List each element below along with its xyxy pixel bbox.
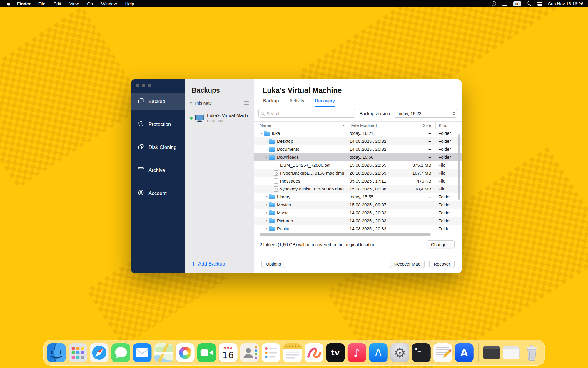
menu-item-window[interactable]: Window [101,1,117,6]
sidebar-item-account[interactable]: Account [131,185,185,202]
disclosure-icon[interactable]: ▾ [190,101,192,105]
dock-item-contacts[interactable] [240,343,259,362]
disclosure-icon[interactable]: › [265,210,269,215]
dock-item-reminders[interactable] [262,343,280,362]
disclosure-icon[interactable]: › [265,147,269,152]
table-row[interactable]: ›Downloadstoday, 15:56--Folder [254,153,462,161]
zoom-button[interactable] [148,84,151,87]
dock-item-settings[interactable]: ⚙ [390,343,409,362]
desktop: Finder FileEditViewGoWindowHelp HR Sun N… [0,0,588,368]
search-field[interactable] [258,109,355,118]
disclosure-icon[interactable]: › [264,155,269,159]
disclosure-icon[interactable]: › [259,131,264,135]
table-row[interactable]: ›Movies15.08.2025., 09:37--Folder [254,201,462,209]
file-name: Pictures [277,218,293,223]
dock-item-maps[interactable] [154,343,173,362]
stepper-icon [453,112,455,115]
disclosure-icon[interactable]: › [265,139,269,144]
spotlight-icon[interactable] [527,1,532,6]
list-options-icon[interactable] [244,101,249,105]
backup-list-item[interactable]: Luka's Virtual Mach... UTM_VM [185,111,254,125]
column-header-name[interactable]: Name [260,123,350,128]
file-name: Public [277,226,289,231]
recover-mac-button[interactable]: Recover Mac [390,260,425,268]
textedit-icon [433,343,452,362]
dock-item-appletv[interactable]: tv [326,343,345,362]
table-row[interactable]: HyperBackupE...-0156-mac.dmg28.10.2025.,… [254,169,462,177]
disclosure-icon[interactable]: › [265,202,269,207]
dock-item-launchpad[interactable] [69,343,87,362]
table-row[interactable]: messages05.09.2025., 17:11470 KBFile [254,177,462,185]
search-input[interactable] [267,111,353,116]
close-button[interactable] [136,84,139,87]
dock-item-acronis[interactable]: A [455,343,474,362]
table-row[interactable]: ›Librarytoday, 15:55--Folder [254,193,462,201]
dock-item-safari[interactable] [90,343,109,362]
dock-item-finder[interactable] [47,343,66,362]
file-kind: Folder [435,131,458,136]
dock-item-freeform[interactable] [305,343,323,362]
menu-item-view[interactable]: View [69,1,79,6]
menu-clock[interactable]: Sun Nov 16 16:26 [548,1,583,6]
file-icon [274,163,278,168]
display-icon[interactable] [502,2,507,6]
table-row[interactable]: ›Desktop14.08.2025., 20:32--Folder [254,137,462,145]
dock-item-appstore[interactable]: A [369,343,388,362]
dock-item-minimized-light[interactable] [502,346,519,359]
minimize-button[interactable] [142,84,145,87]
tab-backup[interactable]: Backup [263,98,279,105]
options-button[interactable]: Options [261,260,285,268]
table-row[interactable]: ›Music14.08.2025., 20:32--Folder [254,209,462,217]
sidebar-item-disk-cloning[interactable]: Disk Cloning [131,139,185,156]
dock-item-textedit[interactable] [433,343,452,362]
menu-item-edit[interactable]: Edit [54,1,61,6]
minimized-dark-icon [483,346,500,359]
dock-item-mail[interactable] [133,343,152,362]
menu-item-file[interactable]: File [38,1,45,6]
disclosure-icon[interactable]: › [265,194,269,199]
table-row[interactable]: synology-assist...0.6-50085.dmg15.08.202… [254,185,462,193]
this-mac-row[interactable]: ▾ This Mac [185,100,254,105]
dock-item-messages[interactable] [111,343,130,362]
vertical-scrollbar[interactable] [458,134,460,200]
table-row[interactable]: ›lukatoday, 16:21--Folder [254,129,462,137]
menu-item-go[interactable]: Go [87,1,93,6]
menu-app-name[interactable]: Finder [17,1,31,6]
dock-item-terminal[interactable]: >_ [412,343,431,362]
sidebar-item-backup[interactable]: Backup [131,93,185,110]
table-row[interactable]: ›Documents14.08.2025., 20:32--Folder [254,145,462,153]
file-name: DSM_DS425+_72806.pat [280,163,330,168]
backup-version-select[interactable]: today, 16:23 [394,109,457,118]
dock-item-minimized-dark[interactable] [483,346,500,359]
status-circle-icon[interactable] [492,1,496,6]
table-row[interactable]: DSM_DS425+_72806.pat15.08.2025., 21:5537… [254,161,462,169]
apple-icon[interactable] [6,1,12,6]
disclosure-icon[interactable]: › [265,218,269,223]
change-button[interactable]: Change... [427,240,455,248]
appstore-icon: A [369,343,388,362]
disclosure-icon[interactable]: › [265,226,269,231]
dock-item-notes[interactable] [283,343,302,362]
column-header-kind[interactable]: Kind [435,122,458,129]
desktop-watermark [0,6,146,188]
dock-item-photos[interactable] [176,343,195,362]
sidebar-item-protection[interactable]: Protection [131,116,185,133]
horizontal-scrollbar[interactable] [260,233,431,236]
dock-item-trash[interactable] [522,343,541,362]
input-source-badge[interactable]: HR [513,1,521,6]
dock-item-calendar[interactable]: NOV16 [219,343,238,362]
tab-activity[interactable]: Activity [289,98,304,105]
add-backup-button[interactable]: + Add Backup [192,261,225,267]
dock-item-music[interactable]: ♪ [348,343,366,362]
tab-recovery[interactable]: Recovery [315,98,335,105]
sidebar-item-archive[interactable]: Archive [131,162,185,179]
dock-item-facetime[interactable] [197,343,216,362]
table-row[interactable]: ›Pictures14.08.2025., 20:33--Folder [254,217,462,225]
column-header-size[interactable]: Size [400,123,435,128]
control-center-icon[interactable] [537,2,542,6]
file-kind: Folder [435,139,458,144]
column-header-date[interactable]: Date Modified [350,123,400,128]
recover-button[interactable]: Recover [429,260,455,268]
table-row[interactable]: ›Public14.08.2025., 20:32--Folder [254,225,462,233]
menu-item-help[interactable]: Help [125,1,134,6]
